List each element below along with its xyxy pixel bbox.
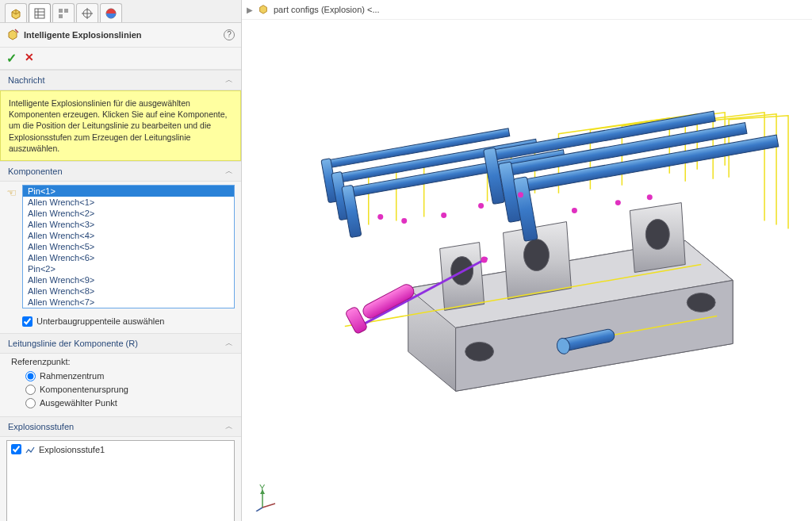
component-item[interactable]: Allen Wrench<5>	[23, 241, 234, 252]
component-item[interactable]: Allen Wrench<6>	[23, 252, 234, 263]
svg-point-43	[615, 200, 621, 205]
explode-steps-list[interactable]: Explosionsstufe1	[6, 440, 235, 521]
svg-point-20	[645, 220, 669, 250]
chevron-up-icon: ︿	[225, 166, 233, 177]
component-item[interactable]: Allen Wrench<4>	[23, 230, 234, 241]
feature-title: Intelligente Explosionslinien	[24, 30, 219, 40]
svg-point-22	[465, 342, 494, 361]
allen-wrenches	[321, 111, 779, 241]
subassembly-label: Unterbaugruppenteile auswählen	[36, 316, 164, 326]
svg-marker-17	[260, 6, 267, 14]
subassembly-checkbox-row[interactable]: Unterbaugruppenteile auswählen	[0, 313, 241, 333]
radio-label-origin: Komponentenursprung	[40, 385, 128, 394]
svg-point-44	[647, 194, 653, 200]
view-triad: Y	[255, 488, 278, 511]
component-item[interactable]: Allen Wrench<8>	[23, 285, 234, 297]
section-header-components[interactable]: Komponenten ︿	[0, 161, 241, 182]
ok-button[interactable]: ✓	[6, 51, 17, 66]
bracket-body	[408, 203, 733, 392]
component-list[interactable]: Pin<1> Allen Wrench<1> Allen Wrench<2> A…	[22, 185, 235, 308]
chevron-up-icon: ︿	[225, 421, 233, 432]
section-title-route-line: Leitungslinie der Komponente (R)	[8, 339, 138, 348]
message-body: Intelligente Explosionslinien für die au…	[0, 90, 241, 161]
svg-line-52	[256, 508, 262, 511]
radio-row-center[interactable]: Rahmenzentrum	[11, 370, 233, 383]
section-header-route-line[interactable]: Leitungslinie der Komponente (R) ︿	[0, 333, 241, 354]
component-item[interactable]: Pin<2>	[23, 263, 234, 274]
radio-center[interactable]	[25, 371, 36, 381]
svg-rect-9	[64, 9, 68, 13]
panel-scroll-content: Nachricht ︿ Intelligente Explosionslinie…	[0, 70, 241, 521]
section-title-components: Komponenten	[8, 167, 63, 176]
radio-row-origin[interactable]: Komponentenursprung	[11, 383, 233, 396]
svg-point-41	[518, 192, 523, 197]
property-manager-panel: Intelligente Explosionslinien ? ✓ ✕ Nach…	[0, 0, 242, 521]
radio-label-selected: Ausgewählter Punkt	[40, 398, 117, 408]
pin-1-selected	[345, 282, 416, 335]
help-icon[interactable]: ?	[224, 29, 235, 40]
feature-header: Intelligente Explosionslinien ?	[0, 23, 241, 48]
confirm-bar: ✓ ✕	[0, 48, 241, 70]
svg-point-19	[524, 239, 550, 271]
reference-point-label: Referenzpunkt:	[11, 357, 233, 366]
component-item[interactable]: Allen Wrench<7>	[23, 297, 234, 308]
component-picker-icon: ☞	[6, 186, 17, 199]
svg-point-21	[687, 293, 715, 312]
subassembly-checkbox[interactable]	[22, 316, 33, 327]
svg-point-38	[401, 218, 407, 224]
radio-label-center: Rahmenzentrum	[40, 371, 104, 381]
component-item[interactable]: Allen Wrench<1>	[23, 197, 234, 208]
svg-point-39	[441, 213, 446, 218]
svg-point-40	[478, 203, 484, 209]
svg-rect-4	[35, 9, 44, 18]
radio-row-selected[interactable]: Ausgewählter Punkt	[11, 396, 233, 410]
tab-feature-tree[interactable]	[5, 3, 27, 22]
component-item[interactable]: Allen Wrench<9>	[23, 274, 234, 285]
section-header-message[interactable]: Nachricht ︿	[0, 70, 241, 90]
section-header-explode-steps[interactable]: Explosionsstufen ︿	[0, 416, 241, 437]
section-title-message: Nachricht	[8, 75, 44, 85]
cancel-button[interactable]: ✕	[25, 51, 34, 66]
tab-property-manager[interactable]	[29, 3, 51, 22]
pin-axis-endpoint	[481, 257, 488, 263]
svg-rect-10	[59, 14, 63, 18]
svg-marker-15	[9, 30, 17, 40]
tab-dimxpert[interactable]	[76, 3, 98, 22]
tab-configuration-manager[interactable]	[52, 3, 75, 22]
svg-line-51	[262, 504, 275, 508]
component-item[interactable]: Allen Wrench<2>	[23, 208, 234, 219]
section-title-explode-steps: Explosionsstufen	[8, 422, 74, 431]
chevron-up-icon: ︿	[225, 338, 233, 349]
breadcrumb-label[interactable]: part configs (Explosion) <...	[274, 5, 380, 14]
explode-step-item[interactable]: Explosionsstufe1	[10, 443, 232, 456]
breadcrumb-cube-icon[interactable]	[258, 3, 269, 16]
svg-point-37	[377, 214, 383, 220]
feature-icon	[6, 28, 19, 42]
component-item[interactable]: Allen Wrench<3>	[23, 219, 234, 230]
chevron-up-icon: ︿	[225, 75, 233, 86]
graphics-viewport[interactable]: ▶ part configs (Explosion) <...	[242, 0, 812, 521]
radio-origin[interactable]	[25, 385, 36, 395]
component-item[interactable]: Pin<1>	[23, 186, 234, 197]
tab-display-manager[interactable]	[100, 3, 122, 22]
svg-point-42	[572, 208, 577, 213]
radio-selected[interactable]	[25, 398, 36, 408]
explode-step-checkbox[interactable]	[11, 444, 21, 454]
breadcrumb-arrow-icon[interactable]: ▶	[247, 6, 253, 14]
model-scene[interactable]	[242, 24, 812, 521]
panel-tab-row	[0, 0, 241, 23]
explode-step-icon	[25, 444, 36, 455]
viewport-breadcrumb-bar: ▶ part configs (Explosion) <...	[242, 0, 812, 20]
svg-rect-8	[59, 9, 63, 13]
explode-step-label: Explosionsstufe1	[39, 445, 105, 454]
